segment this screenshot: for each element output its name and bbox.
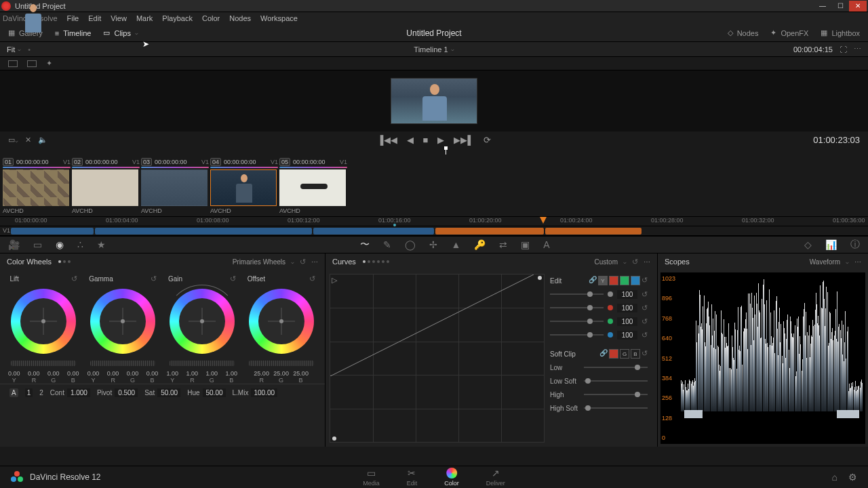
clip-01[interactable]: 0100:00:00:00V1 AVCHD — [3, 157, 71, 215]
reset-icon[interactable]: ↺ — [642, 331, 648, 340]
menu-workspace[interactable]: Workspace — [260, 14, 298, 22]
view-mode-2[interactable] — [27, 60, 37, 67]
curve-point[interactable] — [332, 436, 336, 441]
track-v1[interactable]: V1 — [0, 226, 868, 236]
high-slider[interactable] — [584, 394, 648, 395]
offset-wheel[interactable] — [249, 289, 314, 354]
gamma-wheel[interactable] — [90, 289, 155, 354]
reset-icon[interactable]: ↺ — [642, 276, 648, 285]
timeline-button[interactable]: ≡Timeline — [55, 29, 92, 37]
menu-playback[interactable]: Playback — [162, 14, 193, 22]
reset-icon[interactable]: ↺ — [642, 304, 648, 312]
clip-03[interactable]: 0300:00:00:00V1 AVCHD — [141, 157, 209, 215]
reset-icon[interactable]: ↺ — [632, 258, 638, 266]
hue-value[interactable]: 50.00 — [203, 388, 226, 397]
minimize-button[interactable]: — — [814, 1, 831, 12]
low-slider[interactable] — [584, 367, 648, 368]
reset-icon[interactable]: ↺ — [300, 258, 306, 266]
split-icon[interactable]: ✕ — [25, 136, 31, 144]
r-channel[interactable] — [609, 276, 618, 285]
y-channel[interactable]: Y — [598, 276, 608, 285]
maximize-button[interactable]: ☐ — [831, 1, 849, 12]
wheels-tab-icon[interactable]: ◉ — [56, 239, 64, 250]
home-icon[interactable]: ⌂ — [832, 472, 837, 483]
more-icon[interactable]: ⋯ — [644, 258, 650, 266]
scopes-mode[interactable]: Waveform — [810, 258, 840, 266]
openfx-button[interactable]: ✦OpenFX — [770, 28, 808, 37]
blur-icon[interactable]: ▲ — [451, 239, 460, 250]
color-page[interactable]: Color — [444, 468, 459, 487]
clip-05[interactable]: 0500:00:00:00V1 AVCHD — [279, 157, 347, 215]
fit-dropdown[interactable]: Fit⌵ — [7, 45, 21, 54]
reset-icon[interactable]: ↺ — [642, 349, 648, 359]
last-frame-button[interactable]: ▶▶▌ — [454, 135, 473, 145]
mask-icon[interactable]: ◯ — [405, 239, 416, 250]
lift-wheel[interactable] — [11, 289, 76, 354]
link-icon[interactable]: 🔗 — [589, 276, 597, 285]
reset-icon[interactable]: ↺ — [230, 274, 236, 283]
gain-wheel[interactable] — [170, 289, 235, 354]
more-icon[interactable]: ⋯ — [854, 258, 861, 266]
audio-icon[interactable]: 🔈 — [38, 136, 47, 144]
offset-jog[interactable] — [249, 361, 314, 366]
contrast-value[interactable]: 1.000 — [67, 388, 90, 397]
g-slider[interactable] — [550, 321, 604, 322]
clip-04[interactable]: 0400:00:00:00V1 AVCHD — [210, 157, 278, 215]
menu-mark[interactable]: Mark — [136, 14, 153, 22]
gain-jog[interactable] — [170, 361, 235, 366]
timeline-name[interactable]: Timeline 1⌵ — [414, 45, 454, 54]
highsoft-slider[interactable] — [584, 407, 648, 409]
key-icon[interactable]: 🔑 — [474, 239, 486, 250]
loop-button[interactable]: ⟳ — [484, 135, 491, 145]
lift-jog[interactable] — [11, 361, 76, 366]
link-icon[interactable]: 🔗 — [599, 349, 608, 359]
menu-edit[interactable]: Edit — [88, 14, 101, 22]
expand-icon[interactable]: ▷ — [332, 276, 337, 285]
keyframe-icon[interactable]: ◇ — [804, 239, 812, 250]
gear-icon[interactable]: ⚙ — [848, 472, 857, 483]
b-channel[interactable]: B — [631, 349, 640, 359]
curves-tab-icon[interactable]: 〜 — [360, 239, 370, 251]
lightbox-button[interactable]: ▦Lightbox — [821, 28, 860, 37]
clips-button[interactable]: ▭Clips⌵ — [103, 28, 138, 37]
scopes-tab-icon[interactable]: 📊 — [825, 239, 837, 250]
menu-view[interactable]: View — [111, 14, 127, 22]
sizing-icon[interactable]: ⇄ — [499, 239, 507, 250]
lmix-value[interactable]: 100.00 — [251, 388, 277, 397]
wheels-mode[interactable]: Primaries Wheels — [233, 258, 285, 266]
edit-page[interactable]: ✂Edit — [407, 468, 418, 487]
tracker-icon[interactable]: ✢ — [429, 239, 437, 250]
r-channel[interactable] — [609, 349, 618, 359]
deliver-page[interactable]: ↗Deliver — [486, 468, 505, 487]
view-mode-1[interactable] — [8, 60, 18, 67]
reset-icon[interactable]: ↺ — [642, 290, 648, 299]
playhead[interactable] — [540, 217, 547, 224]
reset-icon[interactable]: ↺ — [151, 274, 157, 283]
expand-icon[interactable]: ⛶ — [840, 45, 847, 54]
g-channel[interactable]: G — [620, 349, 629, 359]
curve-graph[interactable]: ▷ — [330, 274, 545, 443]
clip-02[interactable]: 0200:00:00:00V1 AVCHD — [72, 157, 140, 215]
bypass-icon[interactable]: ▭⌵ — [8, 136, 18, 144]
reset-icon[interactable]: ↺ — [309, 274, 315, 283]
b-channel[interactable] — [631, 276, 640, 285]
sat-value[interactable]: 50.00 — [157, 388, 180, 397]
reset-icon[interactable]: ↺ — [642, 317, 648, 326]
menu-nodes[interactable]: Nodes — [229, 14, 251, 22]
play-button[interactable]: ▶ — [437, 135, 444, 145]
menu-file[interactable]: File — [67, 14, 79, 22]
wand-icon[interactable]: ✦ — [46, 59, 52, 68]
prev-button[interactable]: ◀ — [407, 135, 414, 145]
3d-icon[interactable]: ▣ — [521, 239, 530, 250]
curves-mode[interactable]: Custom — [595, 258, 618, 266]
curve-point[interactable] — [538, 276, 542, 280]
menu-color[interactable]: Color — [202, 14, 220, 22]
page-2[interactable]: 2 — [39, 389, 43, 396]
close-button[interactable]: ✕ — [849, 1, 867, 12]
b-slider[interactable] — [550, 334, 604, 336]
points-icon[interactable]: ∴ — [77, 239, 83, 250]
a-button[interactable]: A — [9, 388, 18, 397]
lowsoft-slider[interactable] — [584, 380, 648, 382]
rect-icon[interactable]: ▭ — [33, 239, 42, 250]
camera-icon[interactable]: 🎥 — [8, 239, 20, 250]
